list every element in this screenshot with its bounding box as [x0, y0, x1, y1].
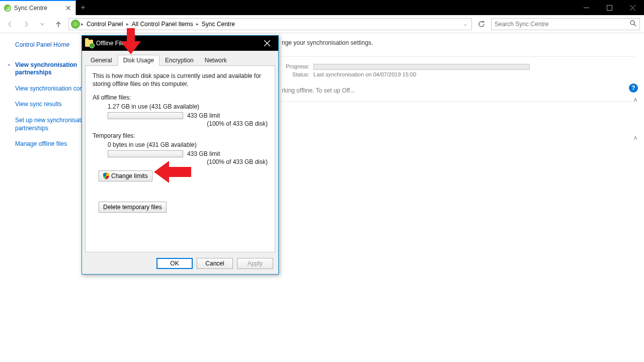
all-offline-files-label: All offline files:	[93, 94, 268, 101]
up-button[interactable]	[52, 18, 64, 30]
dialog-title: Offline Files	[96, 40, 128, 47]
window-tab[interactable]: Sync Centre ✕	[0, 0, 76, 15]
tab-general[interactable]: General	[85, 55, 118, 66]
search-box[interactable]	[491, 18, 640, 30]
title-bar: Sync Centre ✕ +	[0, 0, 644, 15]
progress-bar	[313, 64, 530, 70]
dialog-body: This is how much disk space is currently…	[85, 65, 275, 252]
chevron-right-icon[interactable]: ▸	[81, 21, 84, 27]
close-window-button[interactable]	[621, 0, 644, 15]
address-path[interactable]: ▸ Control Panel ▸ All Control Panel Item…	[68, 18, 472, 30]
all-offline-limit: 433 GB limit	[187, 112, 220, 119]
address-bar: ▸ Control Panel ▸ All Control Panel Item…	[0, 15, 644, 33]
recent-button[interactable]	[36, 18, 48, 30]
dialog-footer: OK Cancel Apply	[82, 253, 278, 274]
search-icon	[630, 20, 636, 28]
change-limits-button[interactable]: Change limits	[99, 170, 152, 182]
temp-usage: 0 bytes in use (431 GB available)	[108, 141, 268, 148]
minimize-button[interactable]	[575, 0, 598, 15]
ok-button[interactable]: OK	[156, 258, 193, 269]
all-offline-percent: (100% of 433 GB disk)	[108, 120, 268, 127]
progress-label: Progress:	[283, 63, 312, 70]
temp-limit: 433 GB limit	[187, 150, 220, 157]
breadcrumb-all-items[interactable]: All Control Panel Items	[130, 21, 195, 28]
tab-disk-usage[interactable]: Disk Usage	[118, 55, 159, 66]
dialog-close-button[interactable]	[259, 37, 275, 49]
tab-title: Sync Centre	[14, 5, 47, 12]
chevron-up-icon[interactable]: ᐱ	[634, 98, 641, 105]
chevron-up-icon[interactable]: ᐱ	[634, 136, 641, 143]
back-button[interactable]	[4, 18, 16, 30]
breadcrumb-sync-centre[interactable]: Sync Centre	[200, 21, 237, 28]
svg-rect-1	[607, 5, 612, 10]
dialog-tabs: General Disk Usage Encryption Network	[82, 51, 278, 66]
tab-encryption[interactable]: Encryption	[159, 55, 199, 66]
refresh-button[interactable]	[476, 19, 487, 30]
breadcrumb-control-panel[interactable]: Control Panel	[85, 21, 125, 28]
temp-files-label: Temporary files:	[93, 132, 268, 139]
status-value: Last synchronisation on 04/07/2019 15:00	[313, 71, 416, 77]
cancel-button[interactable]: Cancel	[197, 258, 233, 269]
apply-button[interactable]: Apply	[237, 258, 273, 269]
delete-temp-button[interactable]: Delete temporary files	[99, 202, 167, 213]
new-tab-button[interactable]: +	[76, 0, 90, 15]
svg-line-6	[634, 24, 636, 26]
status-label: Status:	[283, 71, 312, 78]
address-dropdown[interactable]: ⌄	[461, 22, 469, 27]
sync-centre-icon	[4, 5, 11, 12]
sync-centre-icon	[71, 20, 80, 29]
temp-bar	[108, 150, 183, 157]
svg-point-5	[630, 21, 634, 25]
chevron-right-icon[interactable]: ▸	[196, 21, 199, 27]
search-input[interactable]	[495, 21, 636, 28]
shield-icon	[103, 172, 109, 179]
help-icon[interactable]: ?	[629, 83, 638, 93]
offline-text-row: rking offline. To set up Off...	[282, 82, 635, 99]
dialog-titlebar[interactable]: Offline Files	[82, 36, 278, 51]
change-limits-label: Change limits	[111, 172, 148, 179]
all-offline-bar	[108, 112, 183, 119]
sync-status-row: Progress: Status: Last synchronisation o…	[282, 59, 635, 82]
forward-button[interactable]	[20, 18, 32, 30]
tab-network[interactable]: Network	[199, 55, 232, 66]
chevron-right-icon[interactable]: ▸	[126, 21, 129, 27]
maximize-button[interactable]	[598, 0, 621, 15]
temp-percent: (100% of 433 GB disk)	[108, 158, 268, 165]
offline-files-dialog: Offline Files General Disk Usage Encrypt…	[82, 35, 279, 275]
close-tab-icon[interactable]: ✕	[65, 4, 71, 12]
delete-temp-label: Delete temporary files	[103, 204, 162, 211]
window-controls	[575, 0, 644, 15]
offline-files-icon	[85, 40, 93, 47]
disk-usage-intro: This is how much disk space is currently…	[93, 72, 268, 88]
all-offline-usage: 1.27 GB in use (431 GB available)	[108, 103, 268, 110]
